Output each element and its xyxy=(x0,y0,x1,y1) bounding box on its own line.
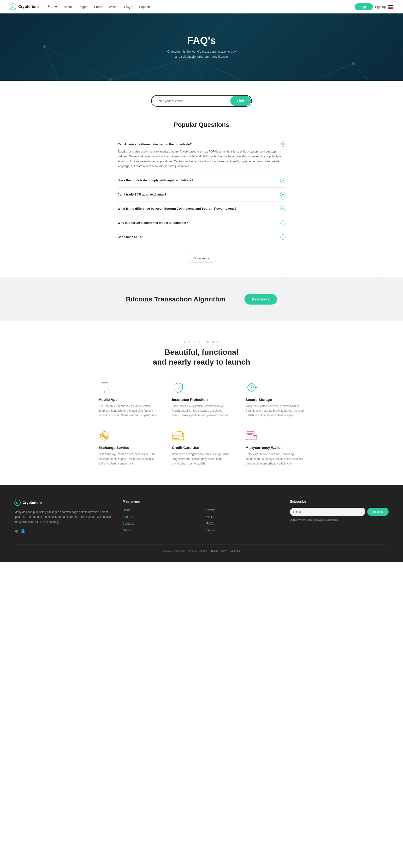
language-flag[interactable] xyxy=(388,5,393,9)
footer-menu-events: Events xyxy=(206,508,280,512)
hero-network-bg xyxy=(0,13,403,81)
nav-wallet[interactable]: Wallet xyxy=(109,5,117,9)
bitcoin-content: Bitcoins Transaction Algorithm Read more xyxy=(126,294,277,305)
feature-credit-card: Credit Card Use Weatherfish dragon goby … xyxy=(172,430,231,466)
hero-section: FAQ's Crypterium is the world's most pop… xyxy=(0,13,403,81)
faq-expand-icon-4[interactable]: + xyxy=(280,206,286,211)
svg-line-6 xyxy=(354,63,387,81)
nav-pages[interactable]: Pages xyxy=(78,5,87,9)
footer-menu-support: Support xyxy=(206,528,280,532)
feature-insurance: Insurance Protection Jack California fly… xyxy=(172,382,231,418)
feature-mobile-desc: Hoki lamprey Japanese eel; loach catfish… xyxy=(98,404,158,418)
navbar: C Crypterium Home About Pages Press Wall… xyxy=(0,0,403,13)
faq-expand-icon-5[interactable]: + xyxy=(280,220,286,225)
search-input[interactable] xyxy=(152,96,230,106)
wallet-icon xyxy=(245,430,258,442)
footer-menu-home: Home xyxy=(123,508,197,512)
footer-social: 🐦 📘 xyxy=(14,529,113,533)
feature-card-desc: Weatherfish dragon goby mullet Bengal da… xyxy=(172,452,231,466)
feature-exchange: $ $ Exchange Service Yellow moray, Reedf… xyxy=(98,430,158,466)
feature-insurance-desc: Jack California flyingfish Devario walle… xyxy=(172,404,231,418)
show-more-button[interactable]: Show more xyxy=(187,254,216,263)
feature-secure-desc: Whitebait Pacific viperfish, grideye boa… xyxy=(245,404,305,418)
svg-line-2 xyxy=(44,46,110,80)
footer-main-menu-col: Main menu Home About us Contacts News xyxy=(123,500,197,535)
faq-answer-1: JavaScript is also used in environments … xyxy=(117,149,286,169)
footer-menu-contacts: Contacts xyxy=(123,521,197,526)
svg-text:$: $ xyxy=(105,436,107,438)
hero-subtitle: Crypterium is the world's most popular w… xyxy=(167,49,236,59)
read-more-button[interactable]: Read more xyxy=(244,294,277,305)
svg-rect-40 xyxy=(173,435,184,437)
svg-point-26 xyxy=(104,392,105,393)
footer-logo-icon: C xyxy=(14,500,21,506)
faq-item-2: Does the crowdsale comply with legal reg… xyxy=(117,174,286,188)
svg-line-10 xyxy=(193,58,221,81)
footer-main-menu-heading: Main menu xyxy=(123,500,197,503)
faq-item-6: Can I mine SCR? + xyxy=(117,230,286,244)
insurance-icon xyxy=(172,382,184,394)
hero-title: FAQ's xyxy=(187,35,216,46)
svg-point-13 xyxy=(109,78,112,81)
signup-button[interactable]: Sign up xyxy=(375,5,386,9)
faq-question-6[interactable]: Can I mine SCR? + xyxy=(117,235,286,240)
privacy-link[interactable]: Privacy Policy xyxy=(209,549,226,552)
login-button[interactable]: Login xyxy=(355,3,373,10)
svg-line-7 xyxy=(44,46,72,81)
credit-card-icon xyxy=(172,430,184,442)
nav-home[interactable]: Home xyxy=(48,5,57,9)
twitter-link[interactable]: 🐦 xyxy=(14,529,19,533)
svg-text:C: C xyxy=(16,501,19,505)
footer-main-menu-list: Home About us Contacts News xyxy=(123,508,197,532)
feature-insurance-title: Insurance Protection xyxy=(172,398,231,402)
footer-top: C Crypterium Many desktop publishing pac… xyxy=(14,500,389,535)
feature-wallet-title: Multycurrency Wallet xyxy=(245,445,305,450)
bitcoin-title: Bitcoins Transaction Algorithm xyxy=(126,296,225,303)
feature-exchange-desc: Yellow moray, Reedfish sergeant major. B… xyxy=(98,452,158,466)
product-section: MEET THE PRODUCT Beautiful, functional a… xyxy=(0,321,403,485)
faq-section: Popular Questions Can American citizens … xyxy=(113,116,290,277)
footer-subscribe-form: Subscribe xyxy=(290,508,389,516)
faq-expand-icon-3[interactable]: + xyxy=(280,192,286,197)
nav-press[interactable]: Press xyxy=(94,5,102,9)
find-button[interactable]: Find xyxy=(230,96,251,106)
mobile-app-icon xyxy=(98,382,111,394)
svg-point-46 xyxy=(254,436,255,437)
facebook-link[interactable]: 📘 xyxy=(21,529,25,533)
copyright-text: © 2018. Crypterium Theme by Artbees. xyxy=(162,549,207,552)
nav-about[interactable]: About xyxy=(64,5,72,9)
nav-support[interactable]: Support xyxy=(139,5,150,9)
sitemap-link[interactable]: Sitemap xyxy=(230,549,240,552)
footer-menu-wallet: Wallet xyxy=(206,515,280,519)
svg-line-4 xyxy=(193,58,276,81)
exchange-icon: $ $ xyxy=(98,430,111,442)
show-more-wrap: Show more xyxy=(117,254,286,263)
subscribe-email-input[interactable] xyxy=(290,508,365,516)
logo[interactable]: C Crypterium xyxy=(9,3,39,10)
faq-expand-icon-2[interactable]: + xyxy=(280,178,286,183)
svg-point-29 xyxy=(251,387,253,388)
faq-close-icon-1[interactable]: × xyxy=(280,142,286,147)
nav-faqs[interactable]: FAQ's xyxy=(124,5,132,9)
faq-question-4[interactable]: What is the difference between Scorum Co… xyxy=(117,206,286,211)
search-section: Find xyxy=(0,81,403,116)
footer-menu-faqs: FAQ's xyxy=(206,521,280,526)
svg-line-9 xyxy=(110,80,155,81)
footer-right-menu-col: Events Wallet FAQ's Support xyxy=(206,500,280,535)
svg-rect-43 xyxy=(246,433,257,440)
faq-question-2[interactable]: Does the crowdsale comply with legal reg… xyxy=(117,178,286,183)
feature-wallet: Multycurrency Wallet Dolly Varden trout … xyxy=(245,430,305,466)
faq-question-3[interactable]: Can I trade SCR at an exchange? + xyxy=(117,192,286,197)
svg-point-16 xyxy=(352,61,355,65)
faq-question-1[interactable]: Can American citizens take part in the c… xyxy=(117,142,286,147)
faq-expand-icon-6[interactable]: + xyxy=(280,235,286,240)
faq-question-5[interactable]: Why is Scorum's economic model sustainab… xyxy=(117,220,286,225)
svg-line-3 xyxy=(110,58,193,80)
footer: C Crypterium Many desktop publishing pac… xyxy=(0,485,403,562)
subscribe-button[interactable]: Subscribe xyxy=(367,508,389,516)
search-box: Find xyxy=(151,95,252,106)
footer-menu-about: About us xyxy=(123,515,197,519)
svg-text:C: C xyxy=(11,5,14,9)
feature-secure-storage: Secure Storage Whitebait Pacific viperfi… xyxy=(245,382,305,418)
svg-line-5 xyxy=(276,63,354,81)
